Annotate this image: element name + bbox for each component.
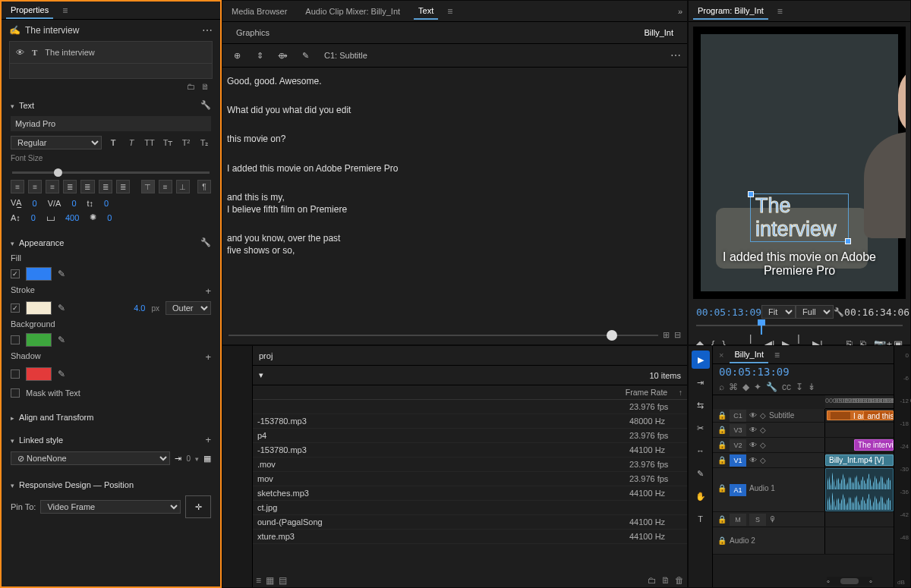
valign-mid-button[interactable]: ≡ [159, 180, 172, 193]
caption-line[interactable]: and this is my, I believe fifth film on … [225, 188, 684, 219]
appearance-settings-icon[interactable] [200, 237, 211, 247]
section-responsive[interactable]: Responsive Design — Position [8, 477, 214, 492]
project-row[interactable]: .mov23.976 fps [253, 458, 687, 472]
program-monitor[interactable]: The interview I added this movie on Adob… [693, 27, 906, 299]
caption-line[interactable]: Good, good. Awesome. [225, 72, 684, 90]
italic-button[interactable]: T [125, 138, 138, 148]
graphic-name[interactable]: The interview [25, 25, 79, 36]
caption-track-select[interactable]: C1: Subtitle [320, 49, 664, 61]
cc-icon[interactable]: cc [782, 382, 791, 392]
timeline-ruler[interactable]: 00:05:12:1200:05:13:0000:05:13:1200:05:1… [825, 395, 894, 409]
justify-center-button[interactable]: ≣ [80, 180, 94, 193]
stroke-swatch[interactable] [26, 301, 52, 315]
panel-menu-icon[interactable] [774, 350, 780, 360]
program-tab[interactable]: Program: Billy_Int [693, 3, 768, 20]
list-view-icon[interactable]: ≡ [256, 575, 261, 586]
valign-top-button[interactable]: ⊤ [141, 180, 155, 193]
bold-button[interactable]: T [106, 138, 120, 148]
layer-row[interactable]: 👁 T The interview [9, 41, 213, 64]
font-size-slider[interactable] [12, 171, 210, 174]
fill-swatch[interactable] [26, 267, 52, 281]
new-group-icon[interactable]: 🗀 [187, 82, 195, 91]
project-row[interactable]: -153780.mp344100 Hz [253, 443, 687, 458]
strokew-value[interactable]: 0 [107, 213, 112, 222]
background-eyedropper-icon[interactable] [58, 335, 65, 345]
caption-view-icon[interactable]: ⊞ [663, 330, 670, 340]
justify-right-button[interactable]: ≣ [99, 180, 112, 193]
align-right-button[interactable]: ≡ [46, 180, 59, 193]
new-item-icon[interactable]: 🗎 [661, 575, 670, 586]
caption-style-icon[interactable]: ⇕ [251, 47, 268, 64]
stroke-width-value[interactable]: 4.0 [134, 303, 145, 313]
slip-tool[interactable]: ↔ [692, 442, 710, 460]
subscript-button[interactable]: T₂ [197, 138, 211, 148]
fill-eyedropper-icon[interactable] [58, 269, 65, 279]
smallcaps-button[interactable]: Tᴛ [161, 138, 175, 148]
marker-tool-icon[interactable]: ◆ [742, 382, 749, 392]
section-appearance[interactable]: Appearance [8, 234, 214, 250]
hand-tool[interactable]: ✋ [692, 487, 710, 505]
justify-left-button[interactable]: ≣ [63, 180, 77, 193]
section-text[interactable]: Text [8, 97, 214, 113]
add-stroke-icon[interactable] [205, 285, 211, 297]
razor-tool[interactable]: ✂ [692, 419, 710, 437]
title-text-overlay[interactable]: The interview [750, 193, 849, 242]
caption-line[interactable]: and you know, over the past five shows o… [225, 229, 684, 259]
bin-dropdown[interactable]: ▾ [259, 370, 263, 380]
tracking-value[interactable]: 0 [33, 199, 37, 208]
align-left-button[interactable]: ≡ [11, 180, 24, 193]
allcaps-button[interactable]: TT [143, 138, 156, 148]
panel-menu-icon[interactable] [62, 5, 68, 16]
graphic-more-icon[interactable] [202, 24, 213, 36]
mask-toggle[interactable] [11, 388, 20, 398]
superscript-button[interactable]: T² [179, 138, 193, 148]
kerning-value[interactable]: 0 [71, 199, 76, 208]
visibility-eye-icon[interactable]: 👁 [16, 48, 24, 57]
subtab-graphics[interactable]: Graphics [230, 25, 276, 40]
align-center-button[interactable]: ≡ [28, 180, 42, 193]
justify-all-button[interactable]: ≣ [116, 180, 130, 193]
fill-toggle[interactable] [11, 269, 20, 278]
properties-tab[interactable]: Properties [6, 2, 53, 19]
add-shadow-icon[interactable] [205, 351, 211, 363]
tab-media-browser[interactable]: Media Browser [227, 4, 292, 19]
pin-widget[interactable]: ✛ [185, 495, 211, 518]
style-grid-icon[interactable]: ▦ [203, 454, 211, 464]
project-row[interactable]: 23.976 fps [253, 400, 687, 414]
sequence-tab[interactable]: Billy_Int [730, 347, 768, 363]
caption-line[interactable]: What did you what did you edit [225, 101, 684, 119]
wrench-icon[interactable]: 🔧 [766, 382, 777, 392]
project-row[interactable]: p423.976 fps [253, 429, 687, 443]
project-row[interactable]: xture.mp344100 Hz [253, 530, 687, 544]
text-settings-icon[interactable] [200, 100, 211, 110]
stroke-toggle[interactable] [11, 303, 20, 313]
track-select-tool[interactable]: ⇥ [692, 373, 710, 391]
section-linked-style[interactable]: Linked style [8, 431, 214, 448]
project-row[interactable]: ct.jpg [253, 501, 687, 515]
settings-cog-icon[interactable]: ✦ [754, 382, 761, 392]
program-scrubber[interactable] [696, 325, 903, 326]
project-row[interactable]: sketches.mp344100 Hz [253, 486, 687, 501]
edit-caption-icon[interactable]: ✎ [297, 47, 314, 64]
zoom-fit-select[interactable]: Fit [761, 305, 796, 319]
push-style-icon[interactable]: ⇥ [175, 454, 181, 464]
new-layer-icon[interactable]: 🗎 [201, 82, 210, 91]
caption-view2-icon[interactable]: ⊟ [674, 330, 681, 340]
linked-style-select[interactable]: ⊘ NoneNone [11, 451, 170, 465]
project-row[interactable]: mov23.976 fps [253, 472, 687, 486]
background-toggle[interactable] [11, 335, 20, 344]
delete-icon[interactable]: 🗑 [675, 575, 684, 586]
type-tool[interactable]: T [692, 510, 710, 528]
panel-menu-icon[interactable] [447, 6, 452, 17]
rtl-button[interactable]: ¶ [197, 180, 211, 193]
close-sequence-icon[interactable]: × [719, 351, 723, 360]
more-options-icon[interactable] [670, 49, 681, 61]
pen-tool[interactable]: ✎ [692, 464, 710, 483]
ripple-tool[interactable]: ⇆ [692, 396, 710, 414]
audio-clip[interactable] [825, 468, 894, 511]
snap-icon[interactable]: ⌕ [719, 382, 724, 392]
stroke-pos-select[interactable]: Outer [165, 301, 211, 315]
tab-audio-mixer[interactable]: Audio Clip Mixer: Billy_Int [301, 4, 405, 19]
program-timecode[interactable]: 00:05:13:09 [696, 307, 761, 318]
freeform-view-icon[interactable]: ▤ [279, 575, 287, 586]
